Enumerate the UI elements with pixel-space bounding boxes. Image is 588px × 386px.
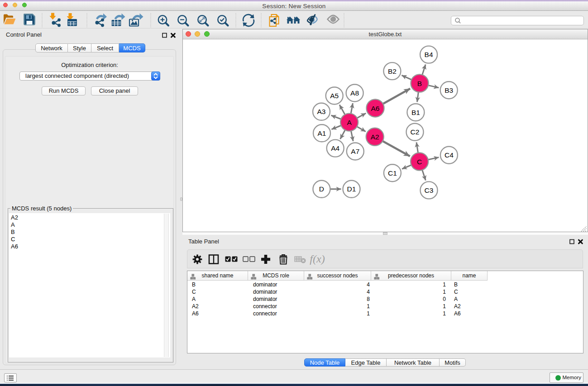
svg-text:A1: A1 [318, 129, 326, 137]
svg-text:A6: A6 [371, 105, 380, 112]
svg-text:B4: B4 [425, 51, 433, 58]
svg-text:A5: A5 [330, 92, 339, 100]
svg-text:A7: A7 [351, 148, 359, 155]
svg-text:B2: B2 [388, 67, 397, 75]
svg-text:f(x): f(x) [310, 253, 325, 265]
svg-text:A3: A3 [317, 108, 326, 115]
svg-text:A4: A4 [331, 144, 339, 152]
svg-text:D1: D1 [347, 185, 356, 193]
svg-text:A8: A8 [350, 89, 359, 97]
svg-text:A2: A2 [371, 133, 379, 141]
svg-text:A: A [347, 119, 352, 126]
svg-text:C4: C4 [445, 151, 454, 159]
svg-text:C3: C3 [425, 186, 434, 194]
svg-text:C: C [417, 158, 422, 166]
svg-text:C1: C1 [388, 169, 397, 177]
svg-text:D: D [319, 185, 324, 193]
svg-text:B3: B3 [445, 86, 453, 94]
svg-text:B1: B1 [411, 109, 420, 116]
svg-text:C2: C2 [411, 128, 420, 136]
svg-text:B: B [417, 80, 422, 87]
